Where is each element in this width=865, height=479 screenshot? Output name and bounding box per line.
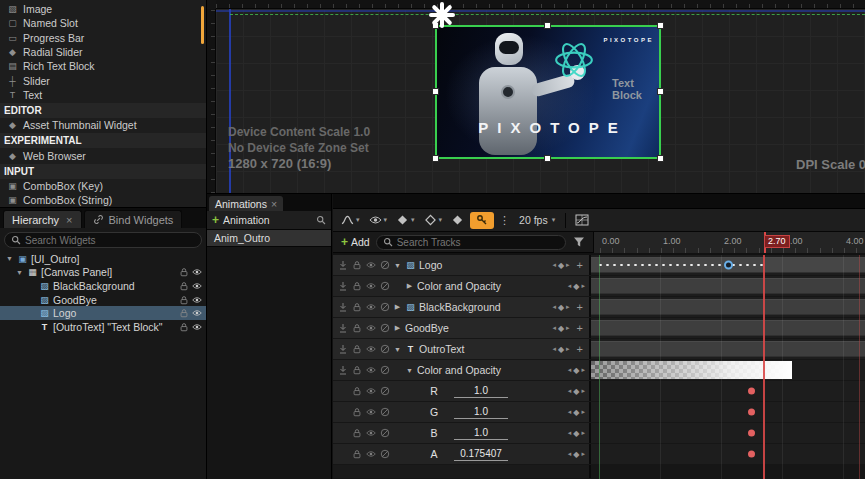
filter-icon[interactable] [572,236,586,248]
lock-icon[interactable] [352,428,362,438]
channel-value[interactable]: 1.0 [454,426,508,440]
track-section-bar[interactable] [591,299,865,315]
hierarchy-row-blackbackground[interactable]: ▨ BlackBackground [0,279,206,293]
track-row-channel-a[interactable]: A 0.175407 ◂ ◆ ▸ [333,444,865,464]
track-section-bar[interactable] [591,341,865,357]
next-key-icon[interactable]: ▸ [581,429,585,437]
channel-value[interactable]: 1.0 [454,384,508,398]
track-row-goodbye[interactable]: ▶ GoodBye ◂ ◆ ▸ + [333,318,865,338]
add-keyframe-icon[interactable]: ◆ [573,366,579,375]
palette-item-named-slot[interactable]: ▢Named Slot [0,16,206,30]
lock-icon[interactable] [352,302,362,312]
lock-icon[interactable] [352,323,362,333]
track-lane[interactable] [591,381,865,401]
auto-key-button[interactable] [470,212,494,229]
new-animation-button[interactable]: Animation [223,214,270,226]
track-name[interactable]: ▼ T OutroText ◂ ◆ ▸ + [333,339,591,359]
expander-icon[interactable]: ▼ [15,269,24,276]
hierarchy-row-canvas-panel[interactable]: ▼ ▦ [Canvas Panel] [0,266,206,280]
mute-icon[interactable] [380,386,390,396]
palette-item-text[interactable]: TText [0,88,206,102]
prev-key-icon[interactable]: ◂ [568,408,572,416]
eye-icon[interactable] [366,260,376,270]
track-lane[interactable] [591,423,865,443]
eye-icon[interactable] [192,281,202,291]
prev-key-icon[interactable]: ◂ [568,366,572,374]
track-name[interactable]: ▶ ▨ BlackBackground ◂ ◆ ▸ + [333,297,591,317]
track-name[interactable]: B 1.0 ◂ ◆ ▸ [333,423,591,443]
track-name[interactable]: G 1.0 ◂ ◆ ▸ [333,402,591,422]
eye-icon[interactable] [366,365,376,375]
add-key-icon[interactable] [338,281,348,291]
palette-category-editor[interactable]: EDITOR [0,103,206,118]
prev-key-icon[interactable]: ◂ [568,429,572,437]
resize-handle[interactable] [657,22,664,29]
text-block-widget-label[interactable]: Text Block [612,77,659,101]
track-lane[interactable] [591,318,865,338]
track-search[interactable] [376,235,566,250]
mute-icon[interactable] [380,260,390,270]
mute-icon[interactable] [380,407,390,417]
tab-animations[interactable]: Animations × [209,196,283,211]
eye-icon[interactable] [366,281,376,291]
curve-options-button[interactable]: ▾ [338,211,363,229]
lock-icon[interactable] [179,267,189,277]
prev-key-icon[interactable]: ◂ [568,450,572,458]
expander-icon[interactable]: ▼ [5,255,14,262]
palette-item-combobox-key[interactable]: ▣ComboBox (Key) [0,179,206,193]
channel-value[interactable]: 0.175407 [454,447,508,461]
palette-item-asset-thumbnail[interactable]: ◆Asset Thumbnail Widget [0,118,206,132]
track-lane[interactable] [591,255,865,275]
resize-handle[interactable] [544,22,551,29]
expander-icon[interactable]: ▶ [393,324,402,332]
fps-dropdown[interactable]: 20 fps ▾ [515,214,559,226]
add-key-icon[interactable] [338,365,348,375]
add-keyframe-icon[interactable]: ◆ [573,429,579,438]
track-lane[interactable] [591,339,865,359]
track-row-channel-r[interactable]: R 1.0 ◂ ◆ ▸ [333,381,865,401]
eye-icon[interactable] [366,323,376,333]
prev-key-icon[interactable]: ◂ [552,345,556,353]
prev-key-icon[interactable]: ◂ [568,387,572,395]
add-key-icon[interactable] [338,344,348,354]
palette-item-progress-bar[interactable]: ▭Progress Bar [0,31,206,45]
lock-icon[interactable] [352,344,362,354]
add-section-icon[interactable]: + [577,301,589,313]
lock-icon[interactable] [352,407,362,417]
add-keyframe-icon[interactable]: ◆ [558,261,564,270]
track-name[interactable]: ▼ Color and Opacity ◂ ◆ ▸ [333,360,591,380]
close-icon[interactable]: × [271,198,277,210]
tab-bind-widgets[interactable]: Bind Widgets [84,210,183,228]
add-key-icon[interactable] [338,302,348,312]
palette-item-web-browser[interactable]: ◆Web Browser [0,148,206,162]
resize-handle[interactable] [544,155,551,162]
lock-icon[interactable] [352,386,362,396]
selected-keyframe-dot[interactable] [724,261,733,270]
lock-icon[interactable] [352,260,362,270]
keyframe-dot[interactable] [748,430,755,437]
hierarchy-row-goodbye[interactable]: ▨ GoodBye [0,293,206,307]
track-row-logo-color-opacity[interactable]: ▶ Color and Opacity ◂ ◆ ▸ [333,276,865,296]
expander-icon[interactable]: ▼ [393,346,402,353]
eye-icon[interactable] [366,386,376,396]
track-name[interactable]: ▶ Color and Opacity ◂ ◆ ▸ [333,276,591,296]
next-key-icon[interactable]: ▸ [581,282,585,290]
animation-clip-anim-outro[interactable]: Anim_Outro [207,230,331,247]
add-keyframe-icon[interactable]: ◆ [558,324,564,333]
keyframe-dot[interactable] [748,451,755,458]
eye-icon[interactable] [366,302,376,312]
tab-hierarchy[interactable]: Hierarchy × [3,210,82,228]
add-keyframe-icon[interactable]: ◆ [573,450,579,459]
track-name[interactable]: ▶ GoodBye ◂ ◆ ▸ + [333,318,591,338]
timeline-ruler[interactable]: 0.00 1.00 2.00 3.00 4.00 2.70 [593,232,865,253]
mute-icon[interactable] [380,281,390,291]
add-keyframe-icon[interactable]: ◆ [573,408,579,417]
track-lane[interactable] [591,402,865,422]
lock-icon[interactable] [179,322,189,332]
track-row-channel-g[interactable]: G 1.0 ◂ ◆ ▸ [333,402,865,422]
playback-options-button[interactable]: ▾ [393,211,418,229]
track-name[interactable]: R 1.0 ◂ ◆ ▸ [333,381,591,401]
palette-category-experimental[interactable]: EXPERIMENTAL [0,133,206,148]
prev-key-icon[interactable]: ◂ [552,324,556,332]
track-name[interactable]: ▼ ▨ Logo ◂ ◆ ▸ + [333,255,591,275]
